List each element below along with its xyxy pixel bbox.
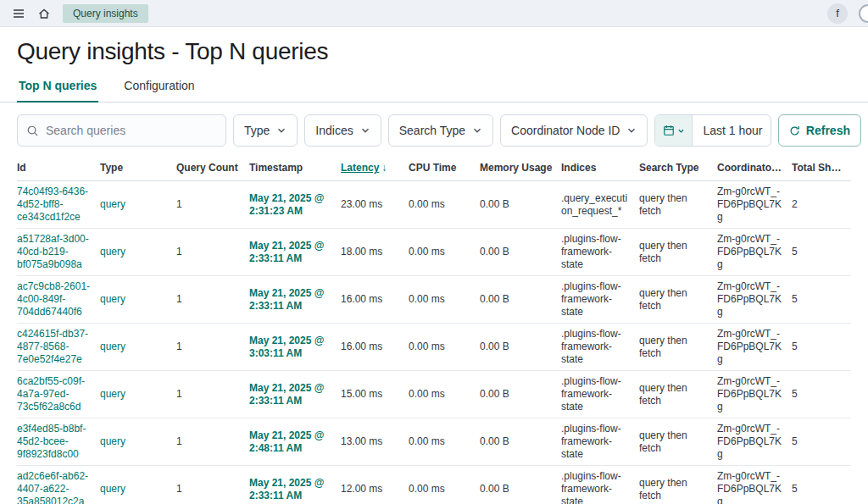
- filter-search-type-dropdown[interactable]: Search Type: [388, 114, 493, 147]
- cell-indices: .plugins-flow-framework-state: [561, 229, 639, 276]
- cell-coordinator-node: Zm-g0rcWT_-FD6PpBQL7Kg: [717, 324, 792, 371]
- column-header-query-count[interactable]: Query Count: [176, 157, 249, 181]
- cell-latency: 13.00 ms: [341, 418, 409, 466]
- refresh-icon: [789, 125, 800, 136]
- cell-memory-usage: 0.00 B: [480, 371, 561, 418]
- column-header-total-shards[interactable]: Total Shards: [792, 157, 851, 181]
- cell-coordinator-node: Zm-g0rcWT_-FD6PpBQL7Kg: [717, 466, 792, 504]
- cell-latency: 16.00 ms: [341, 276, 409, 324]
- cell-id: e3f4ed85-b8bf-45d2-bcee-9f8923fd8c00: [17, 418, 100, 466]
- query-type-link[interactable]: query: [100, 483, 125, 495]
- cell-coordinator-node: Zm-g0rcWT_-FD6PpBQL7Kg: [717, 181, 792, 229]
- timestamp-link[interactable]: May 21, 2025 @ 2:33:11 AM: [249, 477, 324, 501]
- top-nav-right: f: [827, 3, 860, 24]
- query-type-link[interactable]: query: [100, 388, 125, 400]
- table-row: 74c04f93-6436-4d52-bff8-ce343cd1f2ce que…: [17, 181, 851, 229]
- cell-query-count: 1: [176, 229, 249, 276]
- query-type-link[interactable]: query: [100, 293, 125, 305]
- cell-memory-usage: 0.00 B: [480, 229, 561, 276]
- column-header-coordinator-node[interactable]: Coordinator Node...: [717, 157, 792, 181]
- cell-cpu-time: 0.00 ms: [409, 276, 480, 324]
- cell-memory-usage: 0.00 B: [480, 324, 561, 371]
- cell-query-count: 1: [176, 276, 249, 324]
- query-id-link[interactable]: 6ca2bf55-c09f-4a7a-97ed-73c5f62a8c6d: [17, 375, 85, 413]
- query-type-link[interactable]: query: [100, 198, 125, 210]
- cell-id: ac7c9cb8-2601-4c00-849f-704dd67440f6: [17, 276, 100, 324]
- search-box: [17, 114, 226, 147]
- cell-type: query: [100, 276, 176, 324]
- calendar-icon: [663, 125, 675, 136]
- timestamp-link[interactable]: May 21, 2025 @ 2:33:11 AM: [249, 382, 324, 407]
- cell-total-shards: 5: [792, 324, 851, 371]
- cell-memory-usage: 0.00 B: [480, 276, 561, 324]
- help-icon[interactable]: [859, 4, 868, 23]
- page-header: Query insights - Top N queries: [0, 27, 868, 66]
- table-row: e3f4ed85-b8bf-45d2-bcee-9f8923fd8c00 que…: [17, 418, 851, 466]
- cell-query-count: 1: [176, 418, 249, 466]
- query-type-link[interactable]: query: [100, 246, 125, 258]
- timestamp-link[interactable]: May 21, 2025 @ 2:33:11 AM: [249, 240, 324, 264]
- cell-type: query: [100, 324, 176, 371]
- column-header-indices[interactable]: Indices: [561, 157, 639, 181]
- column-header-type[interactable]: Type: [100, 157, 176, 181]
- home-icon: [37, 7, 51, 20]
- cell-indices: .plugins-flow-framework-state: [561, 418, 639, 466]
- cell-indices: .plugins-flow-framework-state: [561, 276, 639, 324]
- filter-indices-dropdown[interactable]: Indices: [304, 114, 381, 147]
- cell-type: query: [100, 371, 176, 418]
- query-id-link[interactable]: a51728af-3d00-40cd-b219-bf075a9b098a: [17, 233, 89, 270]
- filter-type-dropdown[interactable]: Type: [233, 114, 298, 147]
- cell-search-type: query then fetch: [639, 229, 717, 276]
- query-id-link[interactable]: c424615f-db37-4877-8568-7e0e52f4e27e: [17, 328, 88, 365]
- avatar[interactable]: f: [827, 3, 848, 24]
- breadcrumb[interactable]: Query insights: [63, 4, 148, 23]
- cell-coordinator-node: Zm-g0rcWT_-FD6PpBQL7Kg: [717, 229, 792, 276]
- cell-cpu-time: 0.00 ms: [409, 181, 480, 229]
- column-header-latency[interactable]: Latency↓: [341, 157, 409, 181]
- date-picker: Last 1 hour Show dates: [654, 114, 771, 147]
- tab-configuration[interactable]: Configuration: [122, 71, 196, 102]
- column-header-memory-usage[interactable]: Memory Usage: [480, 157, 561, 181]
- chevron-down-icon: [472, 125, 482, 136]
- cell-query-count: 1: [176, 324, 249, 371]
- date-quick-select-button[interactable]: [655, 115, 693, 146]
- cell-total-shards: 2: [792, 181, 851, 229]
- cell-latency: 23.00 ms: [341, 181, 409, 229]
- query-type-link[interactable]: query: [100, 435, 125, 447]
- query-id-link[interactable]: 74c04f93-6436-4d52-bff8-ce343cd1f2ce: [17, 186, 88, 223]
- cell-search-type: query then fetch: [639, 324, 717, 371]
- cell-type: query: [100, 418, 176, 466]
- table-row: 6ca2bf55-c09f-4a7a-97ed-73c5f62a8c6d que…: [17, 371, 851, 418]
- column-header-id[interactable]: Id: [17, 157, 100, 181]
- column-header-timestamp[interactable]: Timestamp: [249, 157, 341, 181]
- cell-indices: .plugins-flow-framework-state: [561, 371, 639, 418]
- table-header-row: Id Type Query Count Timestamp Latency↓ C…: [17, 157, 851, 181]
- column-header-search-type[interactable]: Search Type: [639, 157, 717, 181]
- date-range-value[interactable]: Last 1 hour: [693, 124, 771, 137]
- cell-total-shards: 5: [792, 371, 851, 418]
- query-id-link[interactable]: e3f4ed85-b8bf-45d2-bcee-9f8923fd8c00: [17, 423, 86, 460]
- filter-coordinator-node-dropdown[interactable]: Coordinator Node ID: [500, 114, 648, 147]
- column-header-cpu-time[interactable]: CPU Time: [409, 157, 480, 181]
- queries-table: Id Type Query Count Timestamp Latency↓ C…: [17, 157, 851, 504]
- home-button[interactable]: [34, 3, 54, 24]
- query-id-link[interactable]: ac7c9cb8-2601-4c00-849f-704dd67440f6: [17, 280, 90, 318]
- cell-timestamp: May 21, 2025 @ 2:48:11 AM: [249, 418, 341, 466]
- refresh-button[interactable]: Refresh: [778, 114, 861, 147]
- cell-id: 6ca2bf55-c09f-4a7a-97ed-73c5f62a8c6d: [17, 371, 100, 418]
- query-id-link[interactable]: ad2c6e6f-ab62-4407-a622-35a858012c2a: [17, 470, 88, 504]
- cell-latency: 18.00 ms: [341, 229, 409, 276]
- query-type-link[interactable]: query: [100, 341, 125, 352]
- cell-id: ad2c6e6f-ab62-4407-a622-35a858012c2a: [17, 466, 100, 504]
- cell-id: c424615f-db37-4877-8568-7e0e52f4e27e: [17, 324, 100, 371]
- cell-timestamp: May 21, 2025 @ 2:33:11 AM: [249, 229, 341, 276]
- menu-button[interactable]: [8, 3, 29, 24]
- tab-top-n-queries[interactable]: Top N queries: [17, 71, 98, 102]
- search-input[interactable]: [46, 124, 217, 137]
- timestamp-link[interactable]: May 21, 2025 @ 3:03:11 AM: [249, 335, 324, 359]
- timestamp-link[interactable]: May 21, 2025 @ 2:31:23 AM: [249, 192, 324, 217]
- cell-indices: .plugins-flow-framework-state: [561, 466, 639, 504]
- timestamp-link[interactable]: May 21, 2025 @ 2:48:11 AM: [249, 429, 324, 454]
- timestamp-link[interactable]: May 21, 2025 @ 2:33:11 AM: [249, 287, 324, 312]
- cell-latency: 15.00 ms: [341, 371, 409, 418]
